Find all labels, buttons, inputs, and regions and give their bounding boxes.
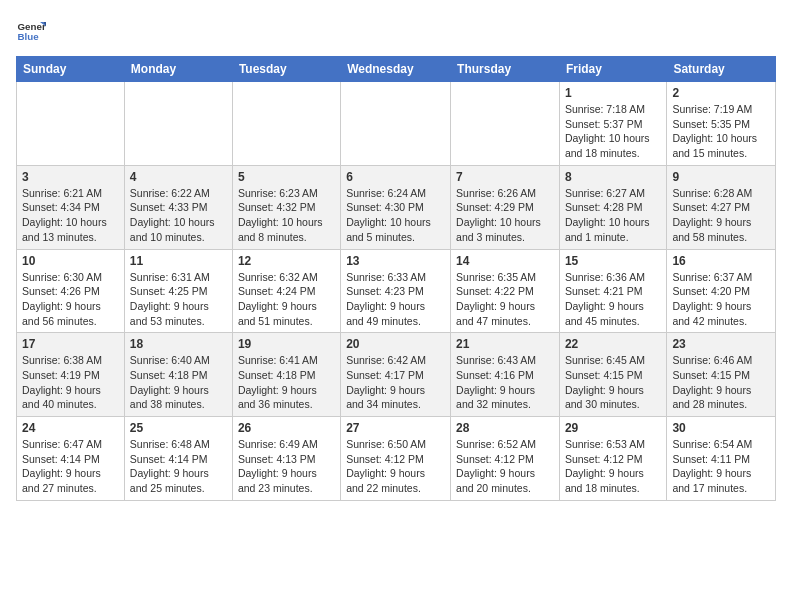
day-info: Sunrise: 6:24 AM Sunset: 4:30 PM Dayligh…	[346, 186, 445, 245]
day-cell: 25Sunrise: 6:48 AM Sunset: 4:14 PM Dayli…	[124, 417, 232, 501]
day-number: 24	[22, 421, 119, 435]
day-info: Sunrise: 6:53 AM Sunset: 4:12 PM Dayligh…	[565, 437, 661, 496]
day-number: 17	[22, 337, 119, 351]
day-cell: 9Sunrise: 6:28 AM Sunset: 4:27 PM Daylig…	[667, 165, 776, 249]
day-cell: 19Sunrise: 6:41 AM Sunset: 4:18 PM Dayli…	[232, 333, 340, 417]
day-number: 3	[22, 170, 119, 184]
day-info: Sunrise: 6:36 AM Sunset: 4:21 PM Dayligh…	[565, 270, 661, 329]
day-cell: 22Sunrise: 6:45 AM Sunset: 4:15 PM Dayli…	[559, 333, 666, 417]
day-cell: 7Sunrise: 6:26 AM Sunset: 4:29 PM Daylig…	[451, 165, 560, 249]
day-cell	[124, 82, 232, 166]
day-number: 27	[346, 421, 445, 435]
day-cell: 2Sunrise: 7:19 AM Sunset: 5:35 PM Daylig…	[667, 82, 776, 166]
day-info: Sunrise: 6:46 AM Sunset: 4:15 PM Dayligh…	[672, 353, 770, 412]
day-cell: 30Sunrise: 6:54 AM Sunset: 4:11 PM Dayli…	[667, 417, 776, 501]
logo-icon: General Blue	[16, 16, 46, 46]
day-info: Sunrise: 6:33 AM Sunset: 4:23 PM Dayligh…	[346, 270, 445, 329]
day-cell: 28Sunrise: 6:52 AM Sunset: 4:12 PM Dayli…	[451, 417, 560, 501]
day-number: 28	[456, 421, 554, 435]
day-info: Sunrise: 6:43 AM Sunset: 4:16 PM Dayligh…	[456, 353, 554, 412]
week-row-2: 3Sunrise: 6:21 AM Sunset: 4:34 PM Daylig…	[17, 165, 776, 249]
day-info: Sunrise: 6:49 AM Sunset: 4:13 PM Dayligh…	[238, 437, 335, 496]
day-info: Sunrise: 6:26 AM Sunset: 4:29 PM Dayligh…	[456, 186, 554, 245]
day-cell	[17, 82, 125, 166]
day-number: 18	[130, 337, 227, 351]
day-info: Sunrise: 6:21 AM Sunset: 4:34 PM Dayligh…	[22, 186, 119, 245]
day-info: Sunrise: 6:37 AM Sunset: 4:20 PM Dayligh…	[672, 270, 770, 329]
day-cell	[341, 82, 451, 166]
day-cell	[232, 82, 340, 166]
day-cell: 12Sunrise: 6:32 AM Sunset: 4:24 PM Dayli…	[232, 249, 340, 333]
header-wednesday: Wednesday	[341, 57, 451, 82]
day-number: 15	[565, 254, 661, 268]
day-info: Sunrise: 6:48 AM Sunset: 4:14 PM Dayligh…	[130, 437, 227, 496]
day-cell: 5Sunrise: 6:23 AM Sunset: 4:32 PM Daylig…	[232, 165, 340, 249]
week-row-1: 1Sunrise: 7:18 AM Sunset: 5:37 PM Daylig…	[17, 82, 776, 166]
day-info: Sunrise: 6:28 AM Sunset: 4:27 PM Dayligh…	[672, 186, 770, 245]
day-info: Sunrise: 6:23 AM Sunset: 4:32 PM Dayligh…	[238, 186, 335, 245]
day-number: 4	[130, 170, 227, 184]
day-number: 9	[672, 170, 770, 184]
day-info: Sunrise: 6:35 AM Sunset: 4:22 PM Dayligh…	[456, 270, 554, 329]
day-number: 29	[565, 421, 661, 435]
day-cell: 27Sunrise: 6:50 AM Sunset: 4:12 PM Dayli…	[341, 417, 451, 501]
header-sunday: Sunday	[17, 57, 125, 82]
day-cell: 13Sunrise: 6:33 AM Sunset: 4:23 PM Dayli…	[341, 249, 451, 333]
day-number: 10	[22, 254, 119, 268]
day-cell: 4Sunrise: 6:22 AM Sunset: 4:33 PM Daylig…	[124, 165, 232, 249]
header: General Blue	[16, 16, 776, 46]
week-row-5: 24Sunrise: 6:47 AM Sunset: 4:14 PM Dayli…	[17, 417, 776, 501]
header-friday: Friday	[559, 57, 666, 82]
day-cell: 26Sunrise: 6:49 AM Sunset: 4:13 PM Dayli…	[232, 417, 340, 501]
day-cell: 3Sunrise: 6:21 AM Sunset: 4:34 PM Daylig…	[17, 165, 125, 249]
day-cell: 15Sunrise: 6:36 AM Sunset: 4:21 PM Dayli…	[559, 249, 666, 333]
day-info: Sunrise: 6:22 AM Sunset: 4:33 PM Dayligh…	[130, 186, 227, 245]
day-info: Sunrise: 6:32 AM Sunset: 4:24 PM Dayligh…	[238, 270, 335, 329]
day-number: 21	[456, 337, 554, 351]
day-cell	[451, 82, 560, 166]
header-monday: Monday	[124, 57, 232, 82]
day-cell: 11Sunrise: 6:31 AM Sunset: 4:25 PM Dayli…	[124, 249, 232, 333]
day-number: 8	[565, 170, 661, 184]
day-cell: 16Sunrise: 6:37 AM Sunset: 4:20 PM Dayli…	[667, 249, 776, 333]
day-cell: 8Sunrise: 6:27 AM Sunset: 4:28 PM Daylig…	[559, 165, 666, 249]
day-number: 6	[346, 170, 445, 184]
day-cell: 1Sunrise: 7:18 AM Sunset: 5:37 PM Daylig…	[559, 82, 666, 166]
day-info: Sunrise: 6:31 AM Sunset: 4:25 PM Dayligh…	[130, 270, 227, 329]
day-number: 1	[565, 86, 661, 100]
day-number: 14	[456, 254, 554, 268]
day-cell: 29Sunrise: 6:53 AM Sunset: 4:12 PM Dayli…	[559, 417, 666, 501]
day-info: Sunrise: 6:42 AM Sunset: 4:17 PM Dayligh…	[346, 353, 445, 412]
calendar: SundayMondayTuesdayWednesdayThursdayFrid…	[16, 56, 776, 501]
week-row-4: 17Sunrise: 6:38 AM Sunset: 4:19 PM Dayli…	[17, 333, 776, 417]
day-info: Sunrise: 7:18 AM Sunset: 5:37 PM Dayligh…	[565, 102, 661, 161]
day-cell: 23Sunrise: 6:46 AM Sunset: 4:15 PM Dayli…	[667, 333, 776, 417]
day-cell: 24Sunrise: 6:47 AM Sunset: 4:14 PM Dayli…	[17, 417, 125, 501]
day-number: 22	[565, 337, 661, 351]
svg-text:Blue: Blue	[18, 31, 40, 42]
day-number: 25	[130, 421, 227, 435]
header-tuesday: Tuesday	[232, 57, 340, 82]
day-number: 19	[238, 337, 335, 351]
day-number: 12	[238, 254, 335, 268]
day-info: Sunrise: 6:45 AM Sunset: 4:15 PM Dayligh…	[565, 353, 661, 412]
logo: General Blue	[16, 16, 46, 46]
day-number: 26	[238, 421, 335, 435]
day-info: Sunrise: 6:54 AM Sunset: 4:11 PM Dayligh…	[672, 437, 770, 496]
day-number: 2	[672, 86, 770, 100]
day-number: 13	[346, 254, 445, 268]
day-cell: 20Sunrise: 6:42 AM Sunset: 4:17 PM Dayli…	[341, 333, 451, 417]
day-info: Sunrise: 6:30 AM Sunset: 4:26 PM Dayligh…	[22, 270, 119, 329]
day-info: Sunrise: 6:52 AM Sunset: 4:12 PM Dayligh…	[456, 437, 554, 496]
header-thursday: Thursday	[451, 57, 560, 82]
day-cell: 21Sunrise: 6:43 AM Sunset: 4:16 PM Dayli…	[451, 333, 560, 417]
day-cell: 10Sunrise: 6:30 AM Sunset: 4:26 PM Dayli…	[17, 249, 125, 333]
day-info: Sunrise: 6:38 AM Sunset: 4:19 PM Dayligh…	[22, 353, 119, 412]
day-info: Sunrise: 7:19 AM Sunset: 5:35 PM Dayligh…	[672, 102, 770, 161]
day-number: 23	[672, 337, 770, 351]
day-info: Sunrise: 6:27 AM Sunset: 4:28 PM Dayligh…	[565, 186, 661, 245]
day-number: 11	[130, 254, 227, 268]
day-info: Sunrise: 6:50 AM Sunset: 4:12 PM Dayligh…	[346, 437, 445, 496]
calendar-header-row: SundayMondayTuesdayWednesdayThursdayFrid…	[17, 57, 776, 82]
day-number: 5	[238, 170, 335, 184]
